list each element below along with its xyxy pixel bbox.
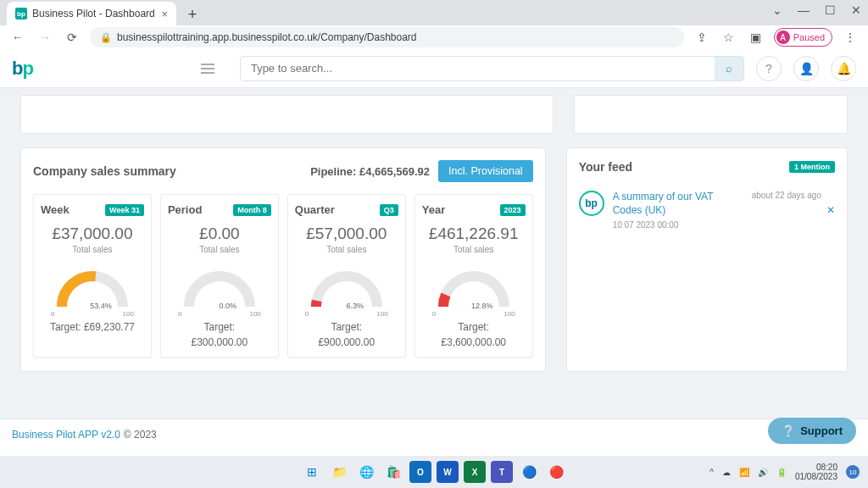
user-icon: 👤	[799, 62, 814, 75]
tile-target-value: £3,600,000.00	[422, 336, 526, 348]
dismiss-icon[interactable]: ✕	[826, 204, 835, 216]
close-icon[interactable]: ×	[161, 8, 168, 20]
app-topbar: bp ⌕ ? 👤 🔔	[0, 49, 868, 88]
gauge: 6.3%	[295, 266, 398, 315]
tile-badge: Month 8	[233, 204, 271, 216]
reload-button[interactable]: ⟳	[63, 28, 81, 47]
tile-amount: £37,000.00	[41, 225, 144, 243]
bell-icon: 🔔	[837, 62, 851, 75]
sales-tile: Week Week 31 £37,000.00 Total sales 53.4…	[33, 194, 152, 358]
mention-badge[interactable]: 1 Mention	[789, 161, 835, 173]
app-viewport: bp ⌕ ? 👤 🔔 Company sales summary	[0, 49, 868, 449]
hamburger-icon[interactable]	[201, 59, 220, 78]
excel-icon[interactable]: X	[464, 461, 486, 483]
tile-label: Quarter	[295, 203, 335, 216]
avatar: A	[776, 30, 790, 44]
feed-item[interactable]: bp A summary of our VAT Codes (UK) 10 07…	[579, 191, 835, 230]
company-sales-summary: Company sales summary Pipeline: £4,665,5…	[20, 147, 546, 372]
incl-provisional-button[interactable]: Incl. Provisional	[438, 160, 533, 182]
tile-amount: £461,226.91	[422, 225, 526, 243]
chrome-icon[interactable]: 🔵	[518, 461, 540, 483]
tile-target-value: £900,000.00	[295, 336, 398, 348]
footer-copyright: © 2023	[124, 429, 157, 441]
gauge-pct: 0.0%	[168, 302, 271, 310]
system-tray[interactable]: ^ ☁ 📶 🔊 🔋 08:20 01/08/2023 10	[709, 463, 860, 481]
share-icon[interactable]: ⇪	[693, 28, 711, 47]
volume-icon[interactable]: 🔊	[758, 468, 768, 477]
feed-item-date: 10 07 2023 00:00	[613, 220, 732, 230]
forward-button[interactable]: →	[36, 28, 54, 47]
gauge-pct: 6.3%	[295, 302, 398, 310]
new-tab-button[interactable]: +	[181, 3, 203, 25]
gauge: 53.4%	[41, 266, 144, 315]
placeholder-card-right	[574, 95, 848, 134]
pipeline-label: Pipeline: £4,665,569.92	[310, 165, 430, 178]
teams-icon[interactable]: T	[491, 461, 513, 483]
extensions-icon[interactable]: ▣	[747, 28, 765, 47]
star-icon[interactable]: ☆	[720, 28, 738, 47]
menu-icon[interactable]: ⋮	[841, 28, 860, 47]
battery-icon[interactable]: 🔋	[776, 468, 787, 477]
footer-app-link[interactable]: Business Pilot APP v2.0	[12, 429, 120, 441]
chrome-active-icon[interactable]: 🔴	[545, 461, 567, 483]
edge-icon[interactable]: 🌐	[355, 461, 377, 483]
sales-tile: Year 2023 £461,226.91 Total sales 12.8% …	[415, 194, 533, 358]
maximize-icon[interactable]: ☐	[825, 3, 836, 17]
sales-tile: Period Month 8 £0.00 Total sales 0.0% 01…	[160, 194, 279, 358]
store-icon[interactable]: 🛍️	[382, 461, 404, 483]
tile-label: Period	[168, 203, 202, 216]
feed-item-title[interactable]: A summary of our VAT Codes (UK)	[613, 191, 732, 217]
placeholder-card-left	[20, 95, 554, 134]
feed-item-time: about 22 days ago	[752, 191, 821, 200]
tab-title: Business Pilot - Dashboard	[32, 8, 155, 19]
help-icon: ❔	[782, 424, 795, 437]
profile-paused[interactable]: A Paused	[774, 28, 832, 47]
gauge-pct: 53.4%	[41, 302, 144, 310]
tile-badge: Week 31	[105, 204, 144, 216]
cloud-icon[interactable]: ☁	[722, 468, 731, 477]
clock[interactable]: 08:20 01/08/2023	[795, 463, 837, 481]
tile-target: Target:	[168, 321, 271, 333]
search-icon: ⌕	[726, 62, 732, 75]
lock-icon: 🔒	[100, 32, 112, 43]
search-input[interactable]	[241, 62, 715, 75]
tile-subtext: Total sales	[295, 245, 398, 254]
tile-target: Target:	[295, 321, 398, 333]
tile-target: Target: £69,230.77	[41, 321, 144, 333]
explorer-icon[interactable]: 📁	[328, 461, 350, 483]
sales-tile: Quarter Q3 £57,000.00 Total sales 6.3% 0…	[287, 194, 406, 358]
app-logo[interactable]: bp	[12, 58, 33, 80]
notification-count[interactable]: 10	[846, 465, 860, 479]
gauge-pct: 12.8%	[422, 302, 526, 310]
tile-amount: £57,000.00	[295, 225, 398, 243]
chevron-up-icon[interactable]: ^	[709, 468, 714, 477]
close-window-icon[interactable]: ✕	[851, 3, 861, 17]
search-button[interactable]: ⌕	[715, 57, 743, 80]
notifications-button[interactable]: 🔔	[831, 56, 856, 81]
outlook-icon[interactable]: O	[409, 461, 431, 483]
summary-title: Company sales summary	[33, 164, 176, 178]
feed-avatar: bp	[579, 191, 604, 216]
search-field[interactable]: ⌕	[240, 56, 744, 81]
browser-tab[interactable]: bp Business Pilot - Dashboard ×	[7, 2, 176, 25]
support-button[interactable]: ❔ Support	[768, 418, 856, 444]
tile-subtext: Total sales	[41, 245, 144, 254]
chevron-down-icon[interactable]: ⌄	[772, 3, 782, 17]
tile-amount: £0.00	[168, 225, 271, 243]
address-bar[interactable]: 🔒 businesspilottraining.app.businesspilo…	[90, 27, 684, 47]
url-text: businesspilottraining.app.businesspilot.…	[117, 31, 417, 43]
help-button[interactable]: ?	[756, 56, 782, 81]
tile-badge: 2023	[500, 204, 526, 216]
user-button[interactable]: 👤	[793, 56, 819, 81]
app-footer: Business Pilot APP v2.0 © 2023 ❔ Support	[0, 419, 868, 449]
favicon: bp	[15, 8, 27, 19]
tile-label: Week	[41, 203, 70, 216]
back-button[interactable]: ←	[8, 28, 27, 47]
minimize-icon[interactable]: —	[798, 3, 810, 17]
feed-title: Your feed	[579, 160, 633, 174]
word-icon[interactable]: W	[437, 461, 459, 483]
start-icon[interactable]: ⊞	[301, 461, 323, 483]
windows-taskbar[interactable]: ⊞ 📁 🌐 🛍️ O W X T 🔵 🔴 ^ ☁ 📶 🔊 🔋 08:20 01/…	[0, 456, 868, 488]
wifi-icon[interactable]: 📶	[739, 468, 749, 477]
browser-chrome: bp Business Pilot - Dashboard × + ⌄ — ☐ …	[0, 0, 868, 49]
